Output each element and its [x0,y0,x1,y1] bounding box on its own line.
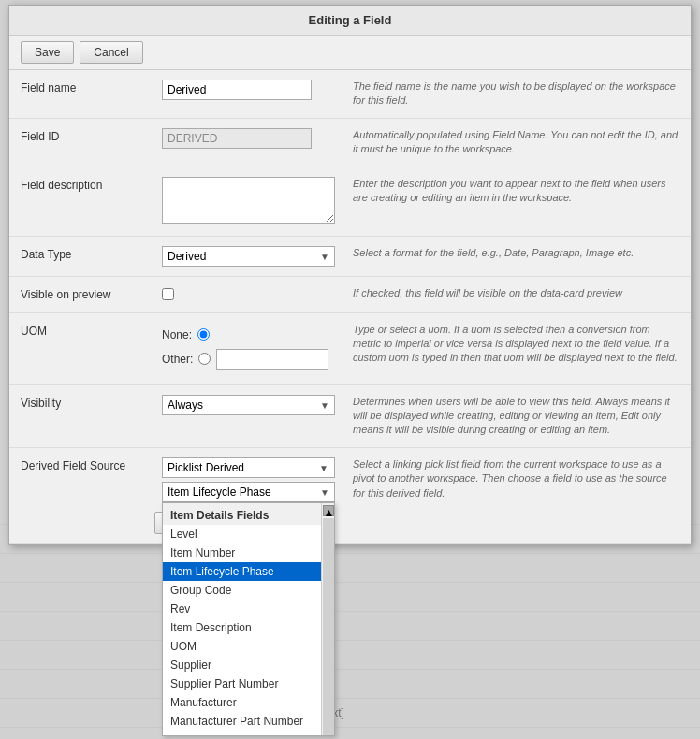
uom-row: UOM None: Other: Type or se [9,313,691,385]
item-lifecycle-select[interactable]: Item Lifecycle Phase [162,482,335,502]
dialog-body: Field name The field name is the name yo… [9,70,691,544]
uom-label: UOM [9,319,154,341]
field-description-hint: Enter the description you want to appear… [342,173,691,210]
dropdown-group-item-details: Item Details Fields [163,503,321,525]
field-id-label: Field ID [9,124,154,147]
visible-on-preview-checkbox[interactable] [162,288,174,300]
editing-dialog: Editing a Field Save Cancel Field name T… [8,5,692,545]
data-type-row: Data Type Derived ▼ Select a format for … [9,237,691,277]
uom-other-label: Other: [162,353,193,366]
dropdown-item-supplier-part-number[interactable]: Supplier Part Number [163,674,321,693]
dropdown-item-item-number[interactable]: Item Number [163,543,321,562]
field-id-hint: Automatically populated using Field Name… [342,124,691,161]
derived-field-source-row: Derived Field Source Picklist Derived ▼ [9,448,691,544]
dropdown-item-manufacturer[interactable]: Manufacturer [163,693,321,712]
item-lifecycle-dropdown-list: Item Details Fields Level Item Number It… [162,502,335,736]
visible-on-preview-hint: If checked, this field will be visible o… [342,283,691,304]
save-button[interactable]: Save [21,41,74,64]
visibility-select[interactable]: Always Edit only [162,395,335,415]
dropdown-item-item-description[interactable]: Item Description [163,618,321,637]
modal-overlay: Editing a Field Save Cancel Field name T… [0,0,700,739]
uom-other-radio[interactable] [198,353,211,365]
dropdown-item-group-code[interactable]: Group Code [163,581,321,600]
dropdown-item-mln[interactable]: Mln [163,731,321,736]
field-description-textarea[interactable] [162,177,335,224]
field-name-control [154,76,342,104]
field-description-row: Field description Enter the description … [9,167,691,237]
uom-none-label: None: [162,328,192,341]
visible-on-preview-control [154,283,342,307]
field-id-row: Field ID Automatically populated using F… [9,119,691,167]
field-description-control [154,173,342,230]
data-type-select[interactable]: Derived [162,246,335,267]
dialog-title: Editing a Field [9,6,691,36]
data-type-hint: Select a format for the field, e.g., Dat… [342,242,691,264]
uom-other-input[interactable] [216,349,328,370]
field-description-label: Field description [9,173,154,196]
scrollbar-track [323,518,334,736]
scrollbar[interactable]: ▲ ▼ [321,503,334,736]
visibility-hint: Determines when users will be able to vi… [342,391,691,442]
visible-on-preview-label: Visible on preview [9,283,154,305]
field-id-input [162,128,312,149]
field-name-hint: The field name is the name you wish to b… [342,76,691,112]
derived-field-source-control: Picklist Derived ▼ Item Lifecycle Phase … [154,454,342,506]
field-name-row: Field name The field name is the name yo… [9,70,691,119]
dialog-toolbar: Save Cancel [9,36,691,70]
dropdown-item-uom[interactable]: UOM [163,637,321,656]
item-lifecycle-dropdown-container: Item Lifecycle Phase ▼ Item Details Fiel… [162,482,335,502]
dialog-title-text: Editing a Field [309,13,392,27]
field-id-control [154,124,342,152]
dropdown-item-level[interactable]: Level [163,525,321,543]
visible-on-preview-row: Visible on preview If checked, this fiel… [9,277,691,313]
data-type-control: Derived ▼ [154,242,342,270]
field-name-input[interactable] [162,80,312,100]
dropdown-item-supplier[interactable]: Supplier [163,656,321,674]
uom-none-radio[interactable] [197,328,210,341]
field-name-label: Field name [9,76,154,98]
cancel-button[interactable]: Cancel [80,41,142,64]
visibility-label: Visibility [9,391,154,413]
dropdown-item-rev[interactable]: Rev [163,600,321,618]
dropdown-item-lifecycle[interactable]: Item Lifecycle Phase [163,562,321,581]
uom-hint: Type or select a uom. If a uom is select… [342,319,691,370]
derived-field-hint: Select a linking pick list field from th… [342,454,691,504]
picklist-derived-select[interactable]: Picklist Derived [162,457,335,478]
visibility-row: Visibility Always Edit only ▼ Determines… [9,385,691,448]
scrollbar-up[interactable]: ▲ [323,505,334,516]
dropdown-item-manufacturer-part-number[interactable]: Manufacturer Part Number [163,712,321,731]
uom-control: None: Other: [154,319,342,379]
derived-field-source-label: Derived Field Source [9,454,154,476]
visibility-control: Always Edit only ▼ [154,391,342,419]
data-type-label: Data Type [9,242,154,265]
